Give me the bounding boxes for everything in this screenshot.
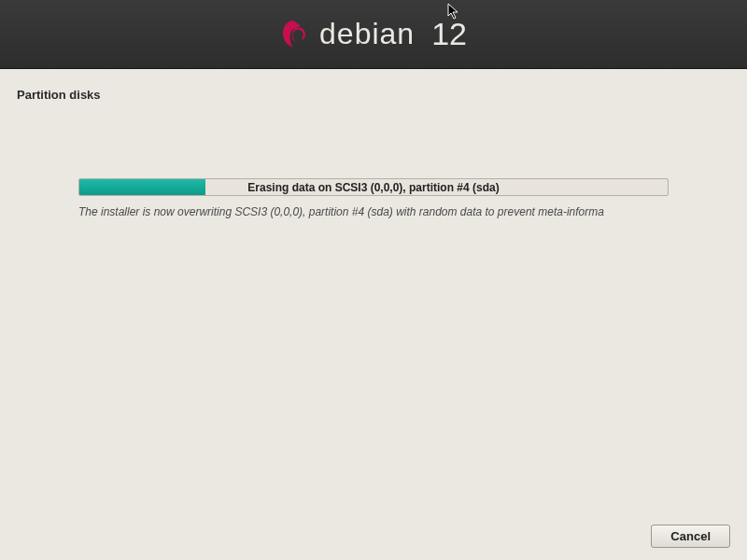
progress-label: Erasing data on SCSI3 (0,0,0), partition…: [79, 179, 668, 195]
page-title: Partition disks: [17, 88, 730, 102]
distro-name: debian: [319, 17, 415, 51]
progress-bar: Erasing data on SCSI3 (0,0,0), partition…: [78, 178, 669, 196]
progress-section: Erasing data on SCSI3 (0,0,0), partition…: [17, 178, 730, 218]
distro-version: 12: [431, 16, 467, 52]
debian-swirl-icon: [280, 18, 308, 51]
button-bar: Cancel: [651, 525, 730, 548]
header: debian 12: [0, 0, 747, 69]
logo-group: debian 12: [280, 16, 467, 52]
cancel-button[interactable]: Cancel: [651, 525, 730, 548]
status-text: The installer is now overwriting SCSI3 (…: [78, 205, 669, 218]
content-area: Partition disks Erasing data on SCSI3 (0…: [0, 69, 747, 237]
